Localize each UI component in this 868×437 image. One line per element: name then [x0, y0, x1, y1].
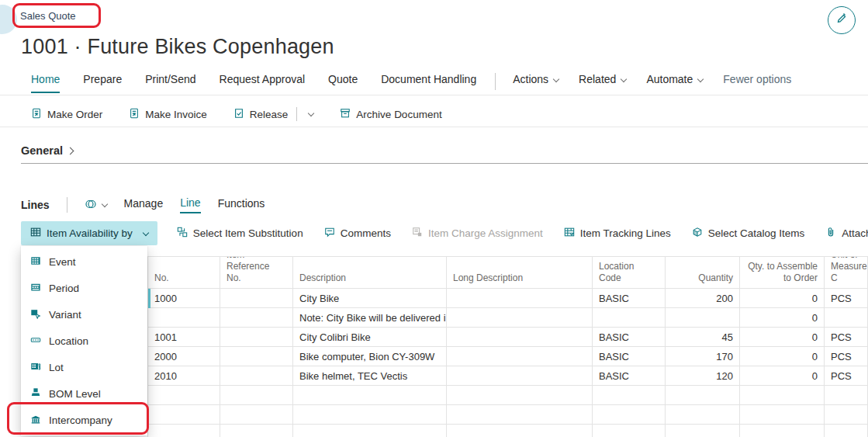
select-catalog-items-button[interactable]: Select Catalog Items	[692, 227, 805, 240]
cell-uom[interactable]: PCS	[825, 328, 868, 347]
cell-quantity[interactable]: 45	[666, 328, 740, 347]
chevron-down-icon[interactable]	[308, 110, 314, 116]
tab-home[interactable]: Home	[31, 73, 60, 93]
cell-long-description[interactable]	[447, 328, 593, 347]
cell-no[interactable]	[148, 308, 220, 328]
cell-qty-assemble[interactable]: 0	[740, 328, 825, 347]
cell-no[interactable]: 1000	[148, 289, 220, 308]
cell-description[interactable]: City Bike	[293, 289, 447, 308]
tab-prepare[interactable]: Prepare	[83, 73, 122, 92]
cell-description[interactable]: Bike computer, Bion CY-309W	[293, 347, 447, 366]
cell-location[interactable]: BASIC	[593, 289, 666, 308]
cell-uom[interactable]: PCS	[825, 347, 868, 366]
page-caption: Sales Quote	[20, 10, 76, 22]
cell-item-ref[interactable]	[220, 289, 293, 308]
availability-grid-icon	[30, 227, 41, 240]
item-availability-by-button[interactable]: Item Availability by	[21, 221, 157, 245]
menu-item-lot[interactable]: Lot	[21, 354, 147, 380]
cell-qty-assemble[interactable]: 0	[740, 289, 825, 308]
cell-location[interactable]: BASIC	[593, 328, 666, 347]
edit-button[interactable]	[828, 6, 856, 34]
tab-actions[interactable]: Actions	[513, 73, 558, 85]
cell-no[interactable]: 1001	[148, 328, 220, 347]
cell-no[interactable]: 2000	[148, 347, 220, 366]
cell-long-description[interactable]	[447, 308, 593, 328]
cell-description[interactable]: City Colibri Bike	[293, 328, 447, 347]
cell-quantity[interactable]: 170	[666, 347, 740, 366]
menu-item-period[interactable]: Period	[21, 275, 147, 301]
cell-qty-assemble[interactable]: 0	[740, 366, 825, 386]
cell-qty-assemble[interactable]: 0	[740, 347, 825, 366]
filter-disks-icon	[85, 198, 97, 213]
variant-icon	[30, 308, 41, 321]
col-header-location-code[interactable]: Location Code	[593, 256, 666, 289]
cell-location[interactable]: BASIC	[593, 347, 666, 366]
lines-manage-menu[interactable]: Manage	[124, 197, 164, 213]
menu-item-location[interactable]: Location	[21, 328, 147, 354]
cell-description[interactable]: Bike helmet, TEC Vectis	[293, 366, 447, 386]
cell-long-description[interactable]	[447, 289, 593, 308]
col-header-description[interactable]: Description	[293, 256, 447, 289]
cell-long-description[interactable]	[447, 347, 593, 366]
document-arrow-icon	[129, 108, 140, 121]
fewer-options-link[interactable]: Fewer options	[723, 73, 791, 85]
col-header-long-description[interactable]: Long Description	[447, 256, 593, 289]
tab-request-approval[interactable]: Request Approval	[220, 73, 306, 92]
select-item-substitution-button[interactable]: Select Item Substitution	[177, 227, 303, 240]
menu-item-bom-level[interactable]: BOM Level	[21, 380, 147, 407]
attachments-button[interactable]: Attachments	[825, 227, 868, 240]
make-order-button[interactable]: Make Order	[31, 108, 102, 121]
cell-quantity[interactable]	[666, 308, 740, 328]
item-tracking-lines-button[interactable]: Item Tracking Lines	[564, 227, 671, 240]
release-split-button[interactable]: Release	[233, 107, 314, 121]
tab-print-send[interactable]: Print/Send	[145, 73, 195, 92]
cell-item-ref[interactable]	[220, 308, 293, 328]
comments-button[interactable]: Comments	[324, 227, 391, 240]
make-invoice-button[interactable]: Make Invoice	[129, 108, 207, 121]
cell-item-ref[interactable]	[220, 328, 293, 347]
tab-automate[interactable]: Automate	[646, 73, 703, 85]
table-row-empty[interactable]	[147, 386, 868, 405]
cell-location[interactable]	[593, 308, 666, 328]
cell-uom[interactable]: PCS	[825, 366, 868, 386]
cell-long-description[interactable]	[447, 366, 593, 386]
cell-uom[interactable]	[825, 308, 868, 328]
tab-document-handling[interactable]: Document Handling	[381, 73, 476, 92]
tab-related[interactable]: Related	[579, 73, 626, 85]
col-header-quantity[interactable]: Quantity	[666, 256, 740, 289]
table-row[interactable]: Note: City Bike will be delivered i... 0	[147, 308, 868, 328]
back-button[interactable]	[0, 5, 17, 34]
table-row-empty[interactable]	[147, 425, 868, 437]
catalog-cube-icon	[692, 227, 703, 240]
table-row[interactable]: 1001 City Colibri Bike BASIC 45 0 PCS	[147, 328, 868, 347]
menu-item-variant[interactable]: Variant	[21, 301, 147, 328]
col-header-no[interactable]: No.	[148, 256, 220, 289]
sales-quote-page: Sales Quote 1001 · Future Bikes Copenhag…	[0, 0, 868, 437]
cell-item-ref[interactable]	[220, 366, 293, 386]
cell-quantity[interactable]: 120	[666, 366, 740, 386]
tab-quote[interactable]: Quote	[328, 73, 358, 92]
lines-functions-menu[interactable]: Functions	[218, 197, 265, 213]
item-charge-assignment-button: Item Charge Assignment	[412, 227, 543, 240]
archive-document-button[interactable]: Archive Document	[340, 108, 441, 121]
cell-qty-assemble[interactable]: 0	[740, 308, 825, 328]
cell-no[interactable]: 2010	[148, 366, 220, 386]
table-row[interactable]: 2000 Bike computer, Bion CY-309W BASIC 1…	[147, 347, 868, 366]
menu-item-intercompany[interactable]: Intercompany	[21, 407, 147, 433]
col-header-qty-to-assemble[interactable]: Qty. to Assemble to Order	[740, 256, 825, 289]
menu-item-event[interactable]: Event	[21, 248, 147, 275]
cell-description[interactable]: Note: City Bike will be delivered i...	[293, 308, 447, 328]
table-row[interactable]: 1000 City Bike BASIC 200 0 PCS	[147, 289, 868, 308]
cell-item-ref[interactable]	[220, 347, 293, 366]
table-row[interactable]: 2010 Bike helmet, TEC Vectis BASIC 120 0…	[147, 366, 868, 386]
col-header-unit-of-measure[interactable]: Unit of Measure C	[825, 256, 868, 289]
lines-options-button[interactable]	[85, 198, 107, 213]
table-row-empty[interactable]	[147, 405, 868, 425]
cell-location[interactable]: BASIC	[593, 366, 666, 386]
lines-line-menu[interactable]: Line	[180, 196, 200, 213]
col-header-item-reference-no[interactable]: Item Reference No.	[220, 256, 293, 289]
cell-uom[interactable]: PCS	[825, 289, 868, 308]
general-section-header[interactable]: General	[21, 144, 868, 164]
cell-quantity[interactable]: 200	[666, 289, 740, 308]
tracking-grid-icon	[564, 227, 575, 240]
